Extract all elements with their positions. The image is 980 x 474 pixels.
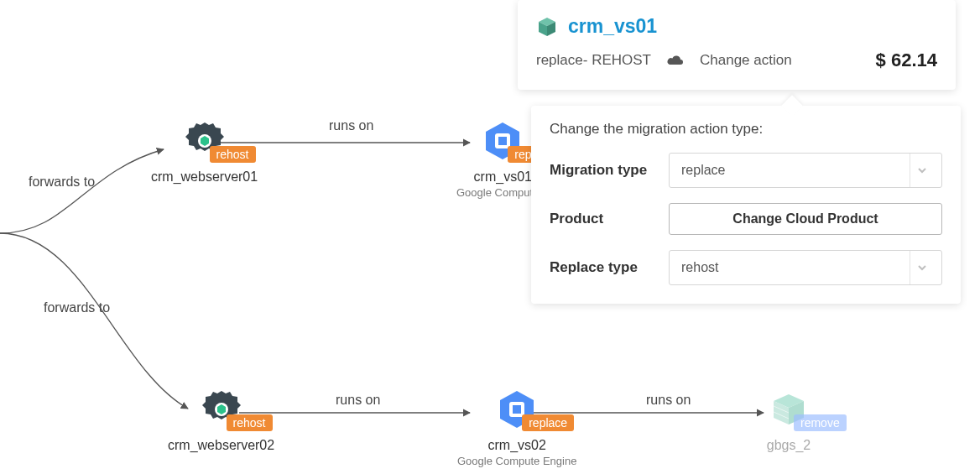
node-crm-webserver02[interactable]: rehost crm_webserver02 <box>168 386 274 453</box>
replace-type-value: rehost <box>681 260 718 275</box>
replace-type-select[interactable]: rehost <box>669 250 942 285</box>
change-action-link[interactable]: Change action <box>700 52 792 69</box>
tag-rehost: rehost <box>227 414 273 431</box>
replace-type-label: Replace type <box>550 259 669 276</box>
form-heading: Change the migration action type: <box>550 121 942 138</box>
node-crm-vs02[interactable]: replace crm_vs02 Google Compute Engine <box>457 386 576 467</box>
panel-title: crm_vs01 <box>568 15 657 38</box>
tag-replace: replace <box>522 414 574 431</box>
cloud-icon <box>666 54 685 67</box>
edge-label-forwards-2: forwards to <box>44 300 110 315</box>
tag-rehost: rehost <box>210 146 256 163</box>
node-label: crm_webserver02 <box>168 438 274 453</box>
migration-type-label: Migration type <box>550 162 669 179</box>
node-label: gbgs_2 <box>767 438 811 453</box>
node-label: crm_vs01 <box>474 169 532 185</box>
node-label: crm_webserver01 <box>151 169 258 185</box>
node-sublabel: Google Compute Engine <box>457 455 576 467</box>
change-action-popover: Change the migration action type: Migrat… <box>531 106 961 304</box>
edge-label-forwards-1: forwards to <box>29 174 95 190</box>
product-label: Product <box>550 211 669 227</box>
node-label: crm_vs02 <box>488 438 546 453</box>
action-text: replace- REHOST <box>536 52 651 69</box>
svg-rect-4 <box>498 137 507 145</box>
migration-type-select[interactable]: replace <box>669 153 942 188</box>
migration-type-value: replace <box>681 163 725 178</box>
node-gbgs-2[interactable]: remove gbgs_2 <box>765 386 812 453</box>
price: $ 62.14 <box>876 49 937 71</box>
cube-icon <box>536 16 558 38</box>
edge-label-runs-3: runs on <box>646 393 691 408</box>
svg-rect-9 <box>513 405 521 414</box>
chevron-down-icon <box>916 262 928 273</box>
tag-remove: remove <box>794 414 847 431</box>
change-cloud-product-button[interactable]: Change Cloud Product <box>669 203 942 235</box>
edge-label-runs-2: runs on <box>336 393 380 408</box>
chevron-down-icon <box>916 164 928 176</box>
detail-panel: crm_vs01 replace- REHOST Change action $… <box>518 0 956 90</box>
node-crm-webserver01[interactable]: rehost crm_webserver01 <box>151 117 258 185</box>
edge-label-runs-1: runs on <box>329 118 373 133</box>
